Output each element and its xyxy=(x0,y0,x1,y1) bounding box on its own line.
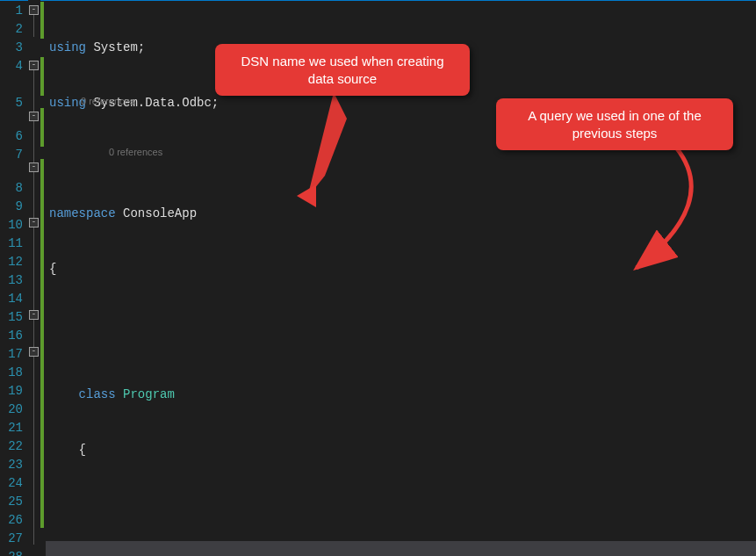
fold-toggle[interactable]: - xyxy=(29,112,39,121)
fold-toggle[interactable]: - xyxy=(29,61,39,70)
folding-gutter: - - - - - - - xyxy=(28,0,40,556)
horizontal-scrollbar[interactable] xyxy=(46,541,756,556)
codelens-refs[interactable]: 0 references xyxy=(109,143,162,162)
codelens-refs[interactable]: 0 references xyxy=(81,92,134,111)
fold-toggle[interactable]: - xyxy=(29,218,39,227)
code-line: { xyxy=(46,441,756,459)
callout-dsn: DSN name we used when creating data sour… xyxy=(215,44,470,96)
fold-toggle[interactable]: - xyxy=(29,5,39,15)
code-line: { xyxy=(46,260,756,278)
fold-toggle[interactable]: - xyxy=(29,162,39,172)
line-number-gutter: 1 2 3 4 5 6 7 8 9 10 11 12 13 14 15 16 1… xyxy=(0,0,28,556)
code-line: class Program xyxy=(46,386,756,404)
code-line: namespace ConsoleApp xyxy=(46,205,756,223)
callout-query: A query we used in one of the previous s… xyxy=(496,98,733,150)
fold-toggle[interactable]: - xyxy=(29,310,39,320)
fold-toggle[interactable]: - xyxy=(29,347,39,357)
